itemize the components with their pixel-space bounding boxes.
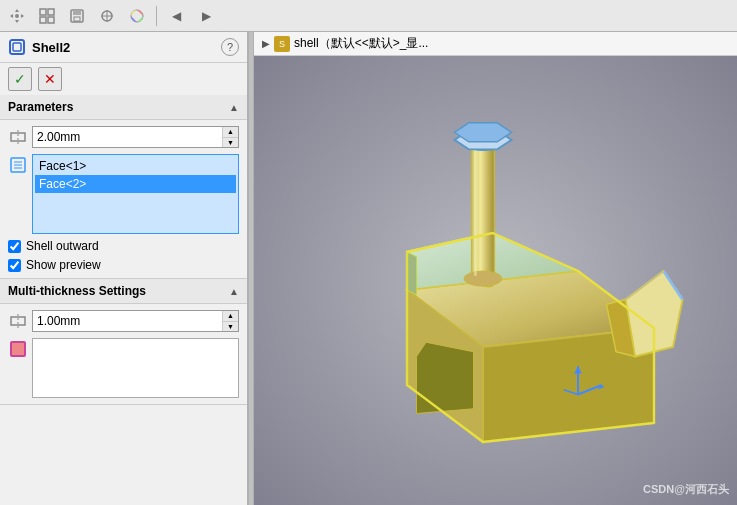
multi-thickness-input[interactable]	[33, 311, 222, 331]
left-panel: Shell2 ? ✓ ✕ Parameters ▲	[0, 32, 248, 505]
thickness-spinners: ▲ ▼	[222, 127, 238, 147]
svg-point-0	[15, 14, 19, 18]
multi-thickness-icon	[8, 311, 28, 331]
help-button[interactable]: ?	[221, 38, 239, 56]
face-item-1[interactable]: Face<1>	[35, 157, 236, 175]
svg-rect-1	[40, 9, 46, 15]
watermark: CSDN@河西石头	[643, 482, 729, 497]
multi-thickness-body: ▲ ▼	[0, 304, 247, 404]
cancel-button[interactable]: ✕	[38, 67, 62, 91]
origin-tool-btn[interactable]	[94, 3, 120, 29]
multi-thickness-down-btn[interactable]: ▼	[223, 322, 238, 332]
svg-rect-6	[73, 10, 81, 15]
parameters-section: Parameters ▲ ▲ ▼	[0, 95, 247, 279]
view-tool-btn[interactable]	[34, 3, 60, 29]
multi-face-list-wrapper	[8, 338, 239, 398]
thickness-icon	[8, 127, 28, 147]
toolbar: ◀ ▶	[0, 0, 737, 32]
face-list-wrapper: Face<1> Face<2>	[8, 154, 239, 234]
parameters-chevron: ▲	[229, 102, 239, 113]
main-area: Shell2 ? ✓ ✕ Parameters ▲	[0, 32, 737, 505]
multi-thickness-spinners: ▲ ▼	[222, 311, 238, 331]
parameters-label: Parameters	[8, 100, 73, 114]
thickness-up-btn[interactable]: ▲	[223, 127, 238, 138]
panel-header: Shell2 ?	[0, 32, 247, 63]
save-icon	[69, 8, 85, 24]
face-list: Face<1> Face<2>	[32, 154, 239, 234]
multi-face-list	[32, 338, 239, 398]
shell-outward-row: Shell outward	[8, 239, 239, 253]
color-tool-btn[interactable]	[124, 3, 150, 29]
multi-face-list-icon	[8, 340, 28, 358]
show-preview-label[interactable]: Show preview	[26, 258, 101, 272]
shell-outward-checkbox[interactable]	[8, 240, 21, 253]
shell-icon	[8, 38, 26, 56]
tree-arrow: ▶	[262, 38, 270, 49]
prev-icon: ◀	[172, 9, 181, 23]
model-container	[314, 66, 727, 475]
action-buttons: ✓ ✕	[0, 63, 247, 95]
crosshair-icon	[99, 8, 115, 24]
svg-rect-2	[48, 9, 54, 15]
multi-thickness-up-btn[interactable]: ▲	[223, 311, 238, 322]
svg-point-24	[464, 271, 502, 286]
model-svg	[331, 81, 711, 461]
svg-rect-4	[48, 17, 54, 23]
viewport[interactable]: CSDN@河西石头	[254, 56, 737, 505]
panel-title: Shell2	[32, 40, 221, 55]
show-preview-checkbox[interactable]	[8, 259, 21, 272]
multi-thickness-header: Multi-thickness Settings ▲	[0, 279, 247, 304]
svg-rect-22	[11, 342, 25, 356]
svg-rect-13	[13, 43, 21, 51]
save-tool-btn[interactable]	[64, 3, 90, 29]
move-tool-btn[interactable]	[4, 3, 30, 29]
parameters-header: Parameters ▲	[0, 95, 247, 120]
next-tool-btn[interactable]: ▶	[193, 3, 219, 29]
ok-button[interactable]: ✓	[8, 67, 32, 91]
prev-tool-btn[interactable]: ◀	[163, 3, 189, 29]
face-item-2[interactable]: Face<2>	[35, 175, 236, 193]
svg-rect-12	[10, 40, 24, 54]
svg-rect-3	[40, 17, 46, 23]
multi-thickness-row: ▲ ▼	[8, 310, 239, 332]
thickness-input-wrapper: ▲ ▼	[32, 126, 239, 148]
thickness-row: ▲ ▼	[8, 126, 239, 148]
multi-thickness-chevron: ▲	[229, 286, 239, 297]
multi-thickness-label: Multi-thickness Settings	[8, 284, 146, 298]
tree-item-label: shell（默认<<默认>_显...	[294, 35, 428, 52]
tree-row: ▶ S shell（默认<<默认>_显...	[254, 32, 737, 56]
multi-thickness-section: Multi-thickness Settings ▲ ▲	[0, 279, 247, 405]
color-icon	[129, 8, 145, 24]
next-icon: ▶	[202, 9, 211, 23]
multi-thickness-input-wrapper: ▲ ▼	[32, 310, 239, 332]
tree-feature-icon: S	[274, 36, 290, 52]
move-icon	[9, 8, 25, 24]
thickness-down-btn[interactable]: ▼	[223, 138, 238, 148]
svg-rect-7	[74, 17, 80, 21]
parameters-body: ▲ ▼	[0, 120, 247, 278]
shell-outward-label[interactable]: Shell outward	[26, 239, 99, 253]
right-area: ▶ S shell（默认<<默认>_显...	[254, 32, 737, 505]
face-list-icon	[8, 156, 28, 174]
toolbar-divider	[156, 6, 157, 26]
show-preview-row: Show preview	[8, 258, 239, 272]
thickness-input[interactable]	[33, 127, 222, 147]
grid-icon	[39, 8, 55, 24]
